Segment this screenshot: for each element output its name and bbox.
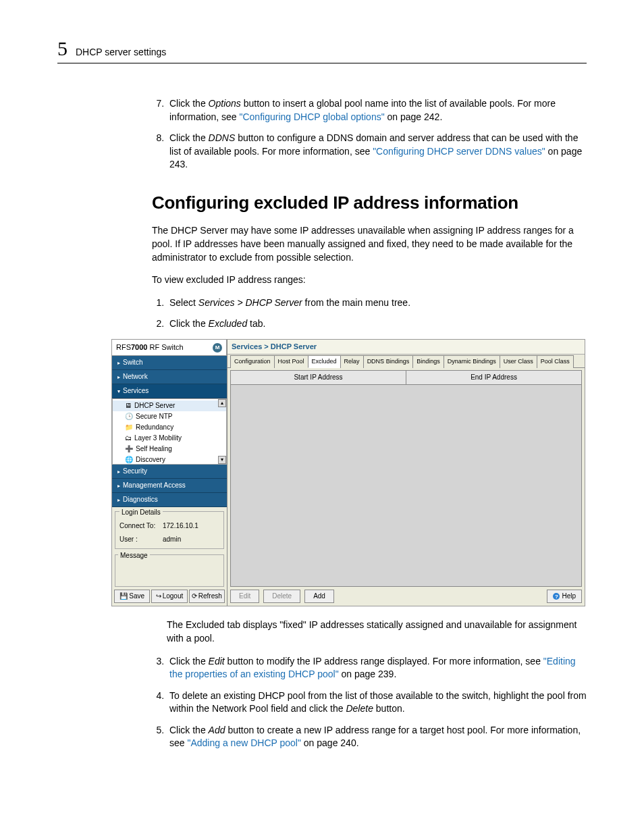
tree-label: Self Healing	[136, 444, 172, 454]
tab-bindings[interactable]: Bindings	[412, 355, 444, 368]
page-header: 5 DHCP server settings	[57, 37, 587, 63]
add-button[interactable]: Add	[304, 590, 334, 603]
step-1: Select Services > DHCP Server from the m…	[167, 296, 587, 310]
app-title-prefix: RFS	[116, 343, 131, 351]
nav-section-mgmt-access[interactable]: ▸Management Access	[112, 479, 227, 493]
term-menu-path: Services > DHCP Server	[198, 297, 302, 308]
nav-label: Security	[123, 467, 147, 476]
text: tab.	[247, 318, 265, 329]
chevron-down-icon: ▾	[117, 388, 120, 395]
message-box: Message	[115, 554, 224, 587]
step-8: Click the DDNS button to configure a DDN…	[167, 132, 587, 172]
tree-item-self-healing[interactable]: ➕Self Healing	[113, 444, 226, 454]
tab-user-class[interactable]: User Class	[500, 355, 537, 368]
col-end-ip[interactable]: End IP Address	[406, 371, 581, 384]
nav-section-network[interactable]: ▸Network	[112, 370, 227, 384]
login-legend: Login Details	[119, 509, 163, 516]
user-label: User :	[119, 535, 163, 544]
save-icon: 💾	[119, 592, 128, 601]
app-main: Services > DHCP Server Configuration Hos…	[227, 340, 585, 606]
step-5: Click the Add button to create a new IP …	[167, 724, 587, 750]
nav-section-services[interactable]: ▾Services	[112, 384, 227, 398]
scroll-down-button[interactable]: ▾	[218, 456, 226, 464]
tab-relay[interactable]: Relay	[340, 355, 364, 368]
tab-configuration[interactable]: Configuration	[230, 355, 275, 368]
tab-dynamic-bindings[interactable]: Dynamic Bindings	[444, 355, 500, 368]
link-ddns-values[interactable]: "Configuring DHCP server DDNS values"	[373, 146, 545, 157]
text: on page 240.	[301, 737, 359, 748]
step-2: Click the Excluded tab.	[167, 317, 587, 331]
term-edit: Edit	[209, 656, 225, 667]
bottom-toolbar: Edit Delete Add ? Help	[227, 587, 585, 606]
term-ddns: DDNS	[209, 132, 236, 143]
step-4: To delete an existing DHCP pool from the…	[167, 689, 587, 716]
scroll-up-button[interactable]: ▴	[218, 399, 226, 407]
tree-label: DHCP Server	[134, 401, 175, 411]
steps-mid: Select Services > DHCP Server from the m…	[152, 296, 587, 331]
tree-item-secure-ntp[interactable]: 🕒Secure NTP	[113, 411, 226, 422]
nav-label: Network	[123, 372, 148, 382]
text: button to modify the IP address range di…	[225, 656, 543, 667]
chevron-right-icon: ▸	[117, 468, 120, 475]
app-title-bar: RFS7000 RF Switch M	[112, 340, 227, 356]
tree-item-l3-mobility[interactable]: 🗂Layer 3 Mobility	[113, 433, 226, 444]
tab-ddns-bindings[interactable]: DDNS Bindings	[363, 355, 414, 368]
tree-label: Secure NTP	[136, 412, 172, 421]
app-sidebar: RFS7000 RF Switch M ▸Switch ▸Network ▾Se…	[112, 340, 227, 606]
tree-item-discovery[interactable]: 🌐Discovery	[113, 454, 226, 465]
steps-top: Click the Options button to insert a glo…	[152, 97, 587, 172]
term-delete: Delete	[346, 703, 373, 714]
intro-paragraph: The DHCP Server may have some IP address…	[152, 224, 587, 264]
edit-button[interactable]: Edit	[230, 590, 259, 603]
folder-icon: 📁	[125, 423, 133, 432]
text: Click the	[169, 318, 209, 329]
tree-item-redundancy[interactable]: 📁Redundancy	[113, 422, 226, 433]
nav-label: Management Access	[123, 481, 186, 490]
step-3: Click the Edit button to modify the IP a…	[167, 655, 587, 681]
delete-button[interactable]: Delete	[263, 590, 300, 603]
breadcrumb-text: Services > DHCP Server	[232, 342, 317, 350]
link-global-options[interactable]: "Configuring DHCP global options"	[240, 111, 385, 122]
message-legend: Message	[118, 552, 150, 559]
chapter-title: DHCP server settings	[76, 47, 166, 57]
link-add-pool[interactable]: "Adding a new DHCP pool"	[187, 737, 300, 748]
btn-label: Logout	[163, 592, 184, 601]
text: on page 239.	[339, 669, 397, 679]
chapter-number: 5	[57, 37, 68, 60]
text: on page 242.	[385, 111, 443, 122]
motorola-logo-icon: M	[213, 343, 222, 353]
nav-section-switch[interactable]: ▸Switch	[112, 356, 227, 370]
text: Select	[169, 297, 198, 308]
connect-to-label: Connect To:	[119, 521, 163, 531]
term-options: Options	[209, 98, 241, 109]
lead-in-paragraph: To view excluded IP address ranges:	[152, 273, 587, 287]
steps-bottom: Click the Edit button to modify the IP a…	[152, 655, 587, 751]
tab-pool-class[interactable]: Pool Class	[537, 355, 574, 368]
tree-label: Discovery	[136, 455, 165, 465]
tab-excluded[interactable]: Excluded	[308, 355, 341, 368]
step-7: Click the Options button to insert a glo…	[167, 97, 587, 124]
tab-host-pool[interactable]: Host Pool	[274, 355, 308, 368]
tree-label: Redundancy	[136, 423, 173, 432]
chevron-right-icon: ▸	[117, 359, 120, 367]
clock-icon: 🕒	[125, 412, 133, 421]
table-header-row: Start IP Address End IP Address	[231, 371, 581, 385]
col-start-ip[interactable]: Start IP Address	[231, 371, 406, 384]
help-icon: ?	[553, 593, 560, 600]
nav-section-security[interactable]: ▸Security	[112, 465, 227, 479]
app-title-suffix: RF Switch	[147, 343, 183, 351]
stack-icon: 🗂	[125, 434, 132, 443]
nav-section-diagnostics[interactable]: ▸Diagnostics	[112, 493, 227, 507]
refresh-button[interactable]: ⟳Refresh	[189, 590, 225, 603]
chevron-right-icon: ▸	[117, 496, 120, 504]
tree-item-dhcp-server[interactable]: 🖥DHCP Server	[113, 400, 226, 411]
text: Click the	[169, 132, 209, 143]
logout-button[interactable]: ↪Logout	[151, 590, 187, 603]
breadcrumb: Services > DHCP Server	[227, 340, 585, 355]
text: button.	[373, 703, 405, 714]
connect-to-value: 172.16.10.1	[163, 521, 198, 531]
term-excluded: Excluded	[209, 318, 248, 329]
help-button[interactable]: ? Help	[547, 590, 582, 603]
user-value: admin	[163, 535, 181, 544]
save-button[interactable]: 💾Save	[114, 590, 150, 603]
